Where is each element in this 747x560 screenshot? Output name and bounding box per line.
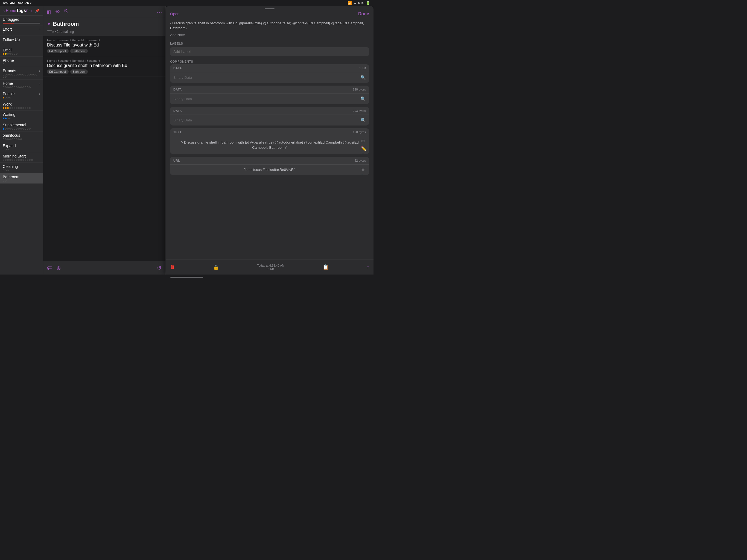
open-button[interactable]: Open bbox=[170, 12, 179, 16]
sidebar-item-errands[interactable]: Errands› bbox=[0, 67, 43, 80]
dot-empty bbox=[16, 53, 18, 55]
sidebar-item-expand[interactable]: Expand bbox=[0, 142, 43, 152]
component-body-text-1: Binary Data bbox=[173, 97, 192, 101]
sidebar-item-phone[interactable]: Phone bbox=[0, 57, 43, 67]
dot-empty bbox=[11, 53, 13, 55]
undo-icon[interactable]: ↺ bbox=[157, 265, 162, 271]
add-item-icon[interactable]: ⊕ bbox=[56, 265, 61, 271]
sidebar-item-email[interactable]: Email bbox=[0, 46, 43, 57]
sidebar-header: ‹ Home Tags Edit 📌 bbox=[0, 6, 43, 16]
dot-empty bbox=[33, 74, 35, 75]
dot-empty bbox=[11, 159, 13, 161]
search-icon-1[interactable]: 🔍 bbox=[360, 96, 366, 101]
battery-icon: 🔋 bbox=[366, 1, 370, 5]
sidebar-item-omnifocus[interactable]: omnifocus bbox=[0, 131, 43, 142]
lock-button[interactable]: 🔒 bbox=[213, 264, 219, 270]
dot-empty bbox=[20, 128, 22, 130]
back-label: Home bbox=[6, 8, 16, 13]
home-bar bbox=[170, 277, 203, 278]
edit-icon-url-4[interactable]: ✏️ bbox=[361, 175, 366, 175]
eye-icon-3[interactable]: 👁 bbox=[361, 139, 366, 144]
dot-empty bbox=[31, 74, 33, 75]
dot-empty bbox=[7, 170, 9, 171]
sidebar-item-waiting[interactable]: Waiting bbox=[0, 111, 43, 121]
dot-empty bbox=[20, 138, 22, 140]
dot-empty bbox=[18, 128, 20, 130]
dot-empty bbox=[3, 86, 4, 88]
sidebar-item-work[interactable]: Work› bbox=[0, 100, 43, 111]
done-button[interactable]: Done bbox=[358, 11, 369, 17]
task-item-0[interactable]: Home : Basement Remodel : BasementDiscus… bbox=[43, 36, 165, 56]
chevron-right-icon: › bbox=[39, 103, 40, 106]
sidebar-item-morningstart[interactable]: Morning Start bbox=[0, 152, 43, 163]
dot-orange bbox=[5, 107, 6, 109]
back-button[interactable]: ‹ Home bbox=[3, 8, 16, 13]
component-body-text-2: Binary Data bbox=[173, 118, 192, 122]
sidebar-item-followup[interactable]: Follow Up bbox=[0, 36, 43, 46]
sidebar-item-label-cleaning: Cleaning bbox=[3, 164, 18, 169]
pin-icon[interactable]: 📌 bbox=[35, 8, 40, 13]
panel-toolbar: Open Done bbox=[166, 10, 374, 19]
dot-empty bbox=[9, 86, 11, 88]
sidebar-item-bathroom[interactable]: Bathroom bbox=[0, 173, 43, 183]
search-icon-0[interactable]: 🔍 bbox=[360, 75, 366, 80]
home-bar-container bbox=[0, 275, 374, 280]
task-title-0: Discuss Tile layout with Ed bbox=[47, 43, 162, 48]
eye-icon[interactable]: 👁 bbox=[55, 9, 60, 15]
tag-badge: Ed Campbell bbox=[47, 49, 69, 53]
add-tag-icon[interactable]: 🏷 bbox=[47, 265, 52, 271]
right-panel: Open Done - Discuss granite shelf in bat… bbox=[166, 6, 374, 275]
dot-empty bbox=[11, 74, 13, 75]
dot-empty bbox=[5, 128, 6, 130]
dot-empty bbox=[14, 138, 15, 140]
edit-button[interactable]: Edit bbox=[26, 9, 32, 13]
component-size-2: 293 bytes bbox=[353, 109, 366, 112]
center-panel: ◧ 👁 ⛏ ⋯ ▼ Bathroom • 2 remaining Home : … bbox=[43, 6, 166, 275]
task-breadcrumb-0: Home : Basement Remodel : Basement bbox=[47, 39, 162, 42]
dot-empty bbox=[29, 107, 31, 109]
delete-button[interactable]: 🗑 bbox=[170, 264, 175, 270]
add-note-button[interactable]: Add Note bbox=[170, 33, 369, 37]
clipboard-button[interactable]: 📋 bbox=[323, 264, 329, 270]
edit-icon-3[interactable]: ✏️ bbox=[361, 146, 366, 151]
item-dots-email bbox=[3, 53, 38, 55]
file-size: 2 KB bbox=[257, 267, 284, 271]
search-icon-2[interactable]: 🔍 bbox=[360, 118, 366, 123]
sidebar-item-cleaning[interactable]: Cleaning bbox=[0, 163, 43, 173]
component-size-1: 128 bytes bbox=[353, 88, 366, 91]
component-card-2: DATA293 bytesBinary Data🔍 bbox=[170, 107, 369, 126]
status-icons: 📶 ▲ 66% 🔋 bbox=[347, 1, 370, 5]
sidebar-item-supplemental[interactable]: Supplemental bbox=[0, 121, 43, 131]
dot-empty bbox=[27, 159, 28, 161]
sidebar-item-untagged[interactable]: Untagged bbox=[0, 16, 43, 25]
dot-blue bbox=[5, 118, 6, 119]
item-dots-cleaning bbox=[3, 170, 38, 171]
dot-empty bbox=[29, 86, 31, 88]
dot-empty bbox=[25, 159, 26, 161]
share-button[interactable]: ↑ bbox=[367, 264, 369, 270]
dot-empty bbox=[9, 97, 11, 98]
dot-empty bbox=[14, 86, 15, 88]
sidebar-item-effort[interactable]: Effort› bbox=[0, 25, 43, 36]
task-item-1[interactable]: Home : Basement Remodel : BasementDiscus… bbox=[43, 56, 165, 77]
dot-empty bbox=[18, 107, 20, 109]
sidebar-item-people[interactable]: People› bbox=[0, 90, 43, 100]
chevron-right-icon: › bbox=[39, 69, 40, 73]
more-icon[interactable]: ⋯ bbox=[157, 9, 162, 15]
handle-bar bbox=[265, 8, 275, 9]
search-icon-3[interactable]: 🔍 bbox=[361, 153, 366, 154]
add-label-input[interactable] bbox=[170, 47, 369, 56]
sidebar-item-home[interactable]: Home› bbox=[0, 80, 43, 90]
sidebar-toggle-icon[interactable]: ◧ bbox=[47, 9, 51, 15]
dot-empty bbox=[5, 86, 6, 88]
dot-empty bbox=[3, 159, 4, 161]
dot-empty bbox=[3, 63, 4, 65]
figure-icon[interactable]: ⛏ bbox=[64, 9, 69, 15]
sidebar-item-label-followup: Follow Up bbox=[3, 37, 20, 42]
dot-yellow bbox=[5, 53, 6, 55]
dot-empty bbox=[29, 128, 31, 130]
section-arrow-icon[interactable]: ▼ bbox=[47, 22, 51, 26]
dot-empty bbox=[29, 74, 31, 75]
eye-icon-url-4[interactable]: 👁 bbox=[361, 167, 366, 172]
item-dots-followup bbox=[3, 43, 38, 44]
